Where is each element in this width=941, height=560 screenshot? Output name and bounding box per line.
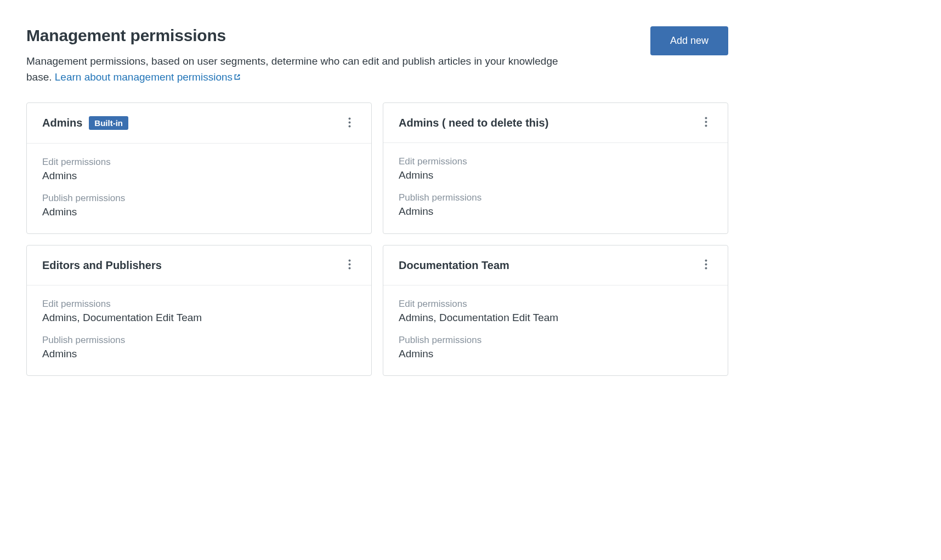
publish-permissions-label: Publish permissions <box>42 335 356 346</box>
card-title: Admins ( need to delete this) <box>399 117 548 129</box>
svg-point-5 <box>705 125 707 127</box>
card-header: AdminsBuilt-in <box>27 103 371 144</box>
edit-permissions-label: Edit permissions <box>42 157 356 168</box>
svg-point-4 <box>705 121 707 123</box>
external-link-icon <box>234 70 241 85</box>
card-title: Editors and Publishers <box>42 259 162 272</box>
edit-permissions-label: Edit permissions <box>42 299 356 310</box>
card-header: Documentation Team <box>383 245 728 285</box>
svg-point-10 <box>705 264 707 266</box>
publish-permissions-block: Publish permissionsAdmins <box>399 192 712 218</box>
learn-more-link-text: Learn about management permissions <box>55 71 233 83</box>
edit-permissions-block: Edit permissionsAdmins <box>42 157 356 182</box>
edit-permissions-block: Edit permissionsAdmins <box>399 156 712 181</box>
publish-permissions-label: Publish permissions <box>42 193 356 204</box>
card-actions-menu-button[interactable] <box>699 259 712 272</box>
kebab-icon <box>348 259 351 271</box>
publish-permissions-label: Publish permissions <box>399 335 712 346</box>
card-title-wrap: Documentation Team <box>399 259 509 272</box>
svg-point-3 <box>705 117 707 119</box>
publish-permissions-block: Publish permissionsAdmins <box>42 193 356 218</box>
card-body: Edit permissionsAdmins, Documentation Ed… <box>27 285 371 375</box>
svg-point-9 <box>705 260 707 262</box>
edit-permissions-block: Edit permissionsAdmins, Documentation Ed… <box>42 299 356 324</box>
card-header: Admins ( need to delete this) <box>383 103 728 143</box>
publish-permissions-value: Admins <box>399 348 712 360</box>
permission-card: Editors and PublishersEdit permissionsAd… <box>26 245 372 376</box>
edit-permissions-value: Admins, Documentation Edit Team <box>399 312 712 324</box>
svg-point-6 <box>348 260 350 262</box>
kebab-icon <box>348 117 351 129</box>
add-new-button[interactable]: Add new <box>650 26 728 55</box>
edit-permissions-block: Edit permissionsAdmins, Documentation Ed… <box>399 299 712 324</box>
edit-permissions-label: Edit permissions <box>399 156 712 167</box>
svg-point-2 <box>348 125 350 127</box>
permission-card: AdminsBuilt-inEdit permissionsAdminsPubl… <box>26 102 372 234</box>
card-title: Admins <box>42 117 82 129</box>
edit-permissions-value: Admins, Documentation Edit Team <box>42 312 356 324</box>
learn-more-link[interactable]: Learn about management permissions <box>55 71 241 83</box>
svg-point-7 <box>348 264 350 266</box>
card-actions-menu-button[interactable] <box>343 117 356 130</box>
publish-permissions-value: Admins <box>42 348 356 360</box>
page-title: Management permissions <box>26 26 586 45</box>
publish-permissions-value: Admins <box>399 205 712 218</box>
svg-point-11 <box>705 267 707 270</box>
edit-permissions-value: Admins <box>42 170 356 182</box>
card-actions-menu-button[interactable] <box>343 259 356 272</box>
publish-permissions-value: Admins <box>42 206 356 218</box>
card-header: Editors and Publishers <box>27 245 371 285</box>
permissions-grid: AdminsBuilt-inEdit permissionsAdminsPubl… <box>26 102 728 376</box>
card-title-wrap: Admins ( need to delete this) <box>399 117 548 129</box>
card-body: Edit permissionsAdminsPublish permission… <box>27 144 371 233</box>
page-description: Management permissions, based on user se… <box>26 54 575 85</box>
svg-point-8 <box>348 267 350 270</box>
card-body: Edit permissionsAdminsPublish permission… <box>383 143 728 233</box>
kebab-icon <box>705 117 707 129</box>
card-title: Documentation Team <box>399 259 509 272</box>
edit-permissions-label: Edit permissions <box>399 299 712 310</box>
builtin-badge: Built-in <box>89 116 128 130</box>
card-title-wrap: Editors and Publishers <box>42 259 162 272</box>
svg-point-1 <box>348 121 350 123</box>
card-actions-menu-button[interactable] <box>699 116 712 129</box>
kebab-icon <box>705 259 707 271</box>
publish-permissions-block: Publish permissionsAdmins <box>42 335 356 360</box>
permission-card: Admins ( need to delete this)Edit permis… <box>383 102 728 234</box>
permission-card: Documentation TeamEdit permissionsAdmins… <box>383 245 728 376</box>
publish-permissions-block: Publish permissionsAdmins <box>399 335 712 360</box>
card-title-wrap: AdminsBuilt-in <box>42 116 128 130</box>
svg-point-0 <box>348 117 350 119</box>
edit-permissions-value: Admins <box>399 169 712 181</box>
card-body: Edit permissionsAdmins, Documentation Ed… <box>383 285 728 375</box>
publish-permissions-label: Publish permissions <box>399 192 712 203</box>
